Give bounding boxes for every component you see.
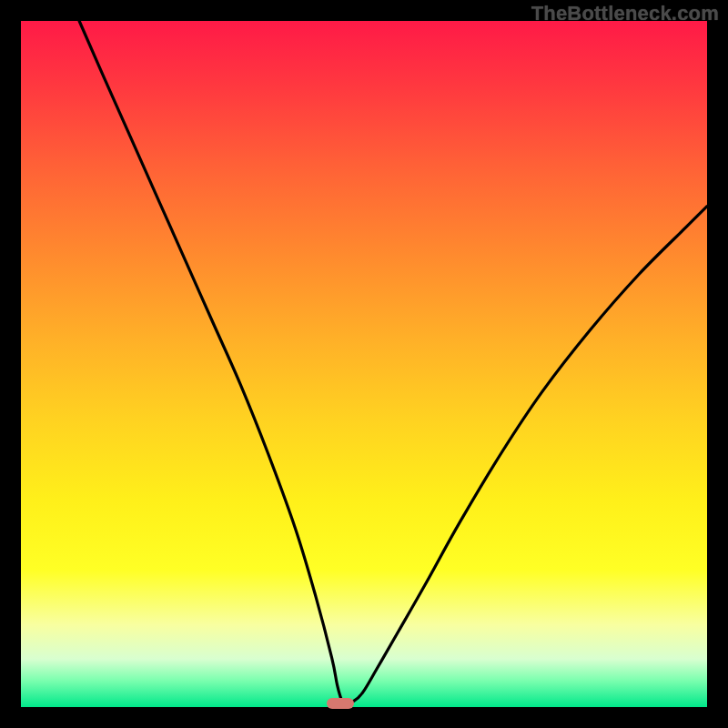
watermark-text: TheBottleneck.com bbox=[531, 2, 719, 25]
bottleneck-curve bbox=[21, 21, 707, 707]
plot-area bbox=[21, 21, 707, 707]
minimum-marker bbox=[327, 698, 354, 709]
